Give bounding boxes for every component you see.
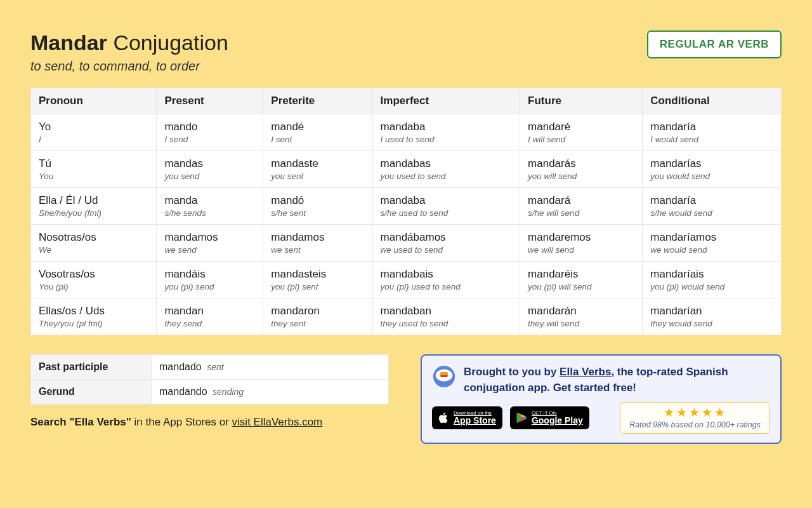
table-row: Gerundmandando sending	[31, 380, 389, 404]
conjugation-cell: mandabanthey used to send	[372, 298, 520, 335]
stars-icon: ★★★★★	[629, 406, 761, 418]
conjugation-cell: mandós/he sent	[263, 188, 372, 225]
participles-table: Past participlemandado sentGerundmandand…	[30, 354, 389, 404]
subtitle: to send, to command, to order	[30, 59, 228, 74]
conjugation-cell: mandabaI used to send	[372, 114, 520, 151]
column-header: Pronoun	[31, 88, 157, 114]
conjugation-cell: mandáisyou (pl) send	[157, 262, 263, 298]
conjugation-cell: mandaronthey sent	[263, 298, 372, 335]
page-title: Mandar Conjugation	[30, 30, 228, 55]
pronoun-cell: Vosotras/osYou (pl)	[31, 262, 157, 298]
conjugation-cell: mandamoswe sent	[263, 225, 372, 262]
conjugation-table: PronounPresentPreteriteImperfectFutureCo…	[30, 88, 782, 335]
conjugation-cell: mandanthey send	[157, 298, 263, 335]
verb-type-badge: REGULAR AR VERB	[647, 30, 782, 58]
visit-link[interactable]: visit EllaVerbs.com	[232, 416, 323, 428]
table-row: Nosotras/osWemandamoswe sendmandamoswe s…	[31, 225, 782, 262]
conjugation-cell: mandaremoswe will send	[520, 225, 643, 262]
conjugation-cell: mandarías/he would send	[643, 188, 782, 225]
app-store-button[interactable]: Download on the App Store	[432, 406, 502, 429]
participle-value: mandando sending	[152, 380, 389, 404]
conjugation-cell: mandoI send	[157, 114, 263, 151]
pronoun-cell: TúYou	[31, 151, 157, 188]
conjugation-cell: mandarás/he will send	[520, 188, 643, 225]
google-play-icon	[515, 411, 528, 424]
search-hint: Search "Ella Verbs" in the App Stores or…	[30, 416, 389, 429]
conjugation-cell: mandarásyou will send	[520, 151, 643, 188]
conjugation-cell: mandas/he sends	[157, 188, 263, 225]
ella-verbs-link[interactable]: Ella Verbs	[560, 366, 611, 378]
pronoun-cell: Ellas/os / UdsThey/you (pl fml)	[31, 298, 157, 335]
pronoun-cell: Nosotras/osWe	[31, 225, 157, 262]
promo-text: Brought to you by Ella Verbs, the top-ra…	[464, 364, 770, 396]
google-play-button[interactable]: GET IT ON Google Play	[510, 406, 589, 429]
participle-value: mandado sent	[152, 355, 389, 380]
conjugation-cell: mandaríanthey would send	[643, 298, 782, 335]
conjugation-cell: mandabas/he used to send	[372, 188, 520, 225]
column-header: Preterite	[263, 88, 372, 114]
participle-label: Gerund	[31, 380, 152, 404]
conjugation-cell: mandasteisyou (pl) sent	[263, 262, 372, 298]
conjugation-cell: mandaríaisyou (pl) would send	[643, 262, 782, 298]
conjugation-cell: mandéI sent	[263, 114, 372, 151]
conjugation-cell: mandaríasyou would send	[643, 151, 782, 188]
column-header: Conditional	[643, 88, 782, 114]
table-row: Ella / Él / UdShe/he/you (fml)mandas/he …	[31, 188, 782, 225]
table-row: YoImandoI sendmandéI sentmandabaI used t…	[31, 114, 782, 151]
conjugation-cell: mandaríaI would send	[643, 114, 782, 151]
conjugation-cell: mandamoswe send	[157, 225, 263, 262]
conjugation-cell: mandaréI will send	[520, 114, 643, 151]
column-header: Imperfect	[372, 88, 520, 114]
table-row: TúYoumandasyou sendmandasteyou sentmanda…	[31, 151, 782, 188]
conjugation-cell: mandaréisyou (pl) will send	[520, 262, 643, 298]
table-row: Past participlemandado sent	[31, 355, 389, 380]
conjugation-cell: mandasyou send	[157, 151, 263, 188]
table-row: Vosotras/osYou (pl)mandáisyou (pl) sendm…	[31, 262, 782, 298]
rating-badge: ★★★★★ Rated 98% based on 10,000+ ratings	[620, 402, 770, 434]
conjugation-cell: mandabaisyou (pl) used to send	[372, 262, 520, 298]
column-header: Future	[520, 88, 643, 114]
conjugation-cell: mandaríamoswe would send	[643, 225, 782, 262]
pronoun-cell: YoI	[31, 114, 157, 151]
svg-rect-3	[440, 372, 447, 375]
promo-box: Brought to you by Ella Verbs, the top-ra…	[421, 354, 782, 444]
app-logo-icon	[432, 364, 456, 389]
table-row: Ellas/os / UdsThey/you (pl fml)mandanthe…	[31, 298, 782, 335]
apple-icon	[437, 411, 450, 424]
conjugation-cell: mandasteyou sent	[263, 151, 372, 188]
conjugation-cell: mandabasyou used to send	[372, 151, 520, 188]
column-header: Present	[157, 88, 263, 114]
conjugation-cell: mandaránthey will send	[520, 298, 643, 335]
participle-label: Past participle	[31, 355, 152, 380]
conjugation-cell: mandábamoswe used to send	[372, 225, 520, 262]
pronoun-cell: Ella / Él / UdShe/he/you (fml)	[31, 188, 157, 225]
